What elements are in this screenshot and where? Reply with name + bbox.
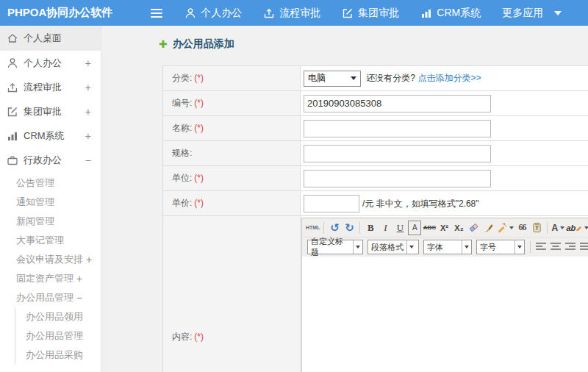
nav-more-apps[interactable]: 更多应用 <box>502 7 543 20</box>
sidebar-subitem-events[interactable]: 大事记管理 <box>0 231 101 250</box>
editor-toolbar-row2: 自定义标题 段落格式 字体 <box>302 237 588 257</box>
page-title: ✚ 办公用品添加 <box>159 36 588 52</box>
redo-button[interactable]: ↻ <box>343 221 356 235</box>
category-label: 分类: <box>172 73 192 83</box>
expand-plus-icon[interactable]: + <box>76 273 82 285</box>
source-code-button[interactable]: HTML <box>306 221 320 235</box>
bold-button[interactable]: B <box>364 221 377 235</box>
subscript-button[interactable]: X₂ <box>452 221 465 235</box>
collapse-minus-icon[interactable]: − <box>76 292 82 304</box>
nav-label: 集团审批 <box>358 7 399 20</box>
sidebar-item-label: 流程审批 <box>24 81 85 94</box>
nav-group-approval[interactable]: 集团审批 <box>342 7 399 20</box>
sidebar-subitem-meetings[interactable]: 会议申请及安排 + <box>0 250 101 269</box>
nav-label: CRM系统 <box>437 7 481 20</box>
top-nav: 个人办公 流程审批 集团审批 CRM系统 更多应用 <box>184 7 562 20</box>
form-row-unit: 单位:(*) <box>163 166 588 191</box>
sidebar-subitem-supplies-purchase[interactable]: 办公用品采购 <box>15 346 101 365</box>
caret-down-icon[interactable] <box>554 11 562 15</box>
align-justify-button[interactable] <box>578 240 588 254</box>
sidebar-subitem-fixed-assets[interactable]: 固定资产管理 + <box>0 269 101 288</box>
sidebar-supplies-submenu: 办公用品领用 办公用品管理 办公用品采购 <box>15 307 101 365</box>
paste-text-button[interactable]: T <box>530 221 543 235</box>
expand-plus-icon[interactable]: + <box>85 106 91 118</box>
strikethrough-button[interactable]: ABC <box>423 221 436 235</box>
expand-plus-icon[interactable]: + <box>85 130 91 142</box>
form-row-content: 内容:(*) HTML ↺ ↻ B I U <box>163 216 588 372</box>
sidebar-item-personal-office[interactable]: 个人办公 + <box>0 51 101 75</box>
caret-down-icon <box>406 240 416 254</box>
name-input[interactable] <box>304 120 491 137</box>
code-label: 编号: <box>172 98 192 108</box>
sidebar-item-group-approval[interactable]: 集团审批 + <box>0 99 101 124</box>
nav-label: 更多应用 <box>502 7 543 20</box>
sidebar-subitem-news[interactable]: 新闻管理 <box>0 212 101 231</box>
required-marker: (*) <box>194 173 204 183</box>
form-row-spec: 规格: <box>163 141 588 166</box>
caret-down-icon <box>584 226 588 229</box>
expand-plus-icon[interactable]: + <box>85 57 91 69</box>
eraser-button[interactable] <box>467 221 480 235</box>
collapse-minus-icon[interactable]: − <box>85 154 91 166</box>
user-icon <box>184 7 196 19</box>
sidebar-subitem-supplies-manage[interactable]: 办公用品管理 <box>15 326 101 346</box>
spec-input[interactable] <box>304 145 491 162</box>
nav-label: 个人办公 <box>201 7 242 20</box>
unit-input[interactable] <box>304 170 491 187</box>
heading-dropdown[interactable]: 自定义标题 <box>307 240 363 254</box>
font-family-dropdown[interactable]: 字体 <box>423 240 472 254</box>
code-input[interactable] <box>304 95 491 112</box>
caret-down-icon <box>514 240 524 254</box>
flow-icon <box>7 82 18 93</box>
spec-label: 规格: <box>172 148 192 158</box>
italic-button[interactable]: I <box>379 221 392 235</box>
underline-button[interactable]: U <box>393 221 406 235</box>
price-input[interactable] <box>304 195 359 212</box>
text-border-button[interactable]: A <box>408 221 421 235</box>
sidebar-item-admin-office[interactable]: 行政办公 − <box>0 148 101 172</box>
required-marker: (*) <box>194 123 204 133</box>
pen-icon <box>576 224 582 231</box>
sidebar-item-label: 个人办公 <box>24 57 85 70</box>
align-center-button[interactable] <box>549 240 562 254</box>
nav-process-approval[interactable]: 流程审批 <box>263 7 320 20</box>
category-select[interactable]: 电脑 <box>304 71 361 87</box>
highlight-color-button[interactable]: ab <box>566 221 588 235</box>
align-right-button[interactable] <box>564 240 577 254</box>
sidebar-item-crm-system[interactable]: CRM系统 + <box>0 124 101 148</box>
nav-personal-office[interactable]: 个人办公 <box>184 7 242 20</box>
select-caret-icon <box>351 76 356 80</box>
price-hint: /元 非中文，如填写格式"2.68" <box>362 198 479 209</box>
blockquote-button[interactable]: 66 <box>515 221 528 235</box>
undo-button[interactable]: ↺ <box>328 221 341 235</box>
add-category-link[interactable]: 点击添加分类>> <box>417 73 481 83</box>
format-brush-button[interactable] <box>481 221 495 235</box>
font-size-dropdown[interactable]: 字号 <box>476 240 525 254</box>
name-label: 名称: <box>172 123 192 133</box>
editor-content-area[interactable] <box>302 257 588 372</box>
sidebar-subitem-announcements[interactable]: 公告管理 <box>0 174 101 193</box>
nav-crm-system[interactable]: CRM系统 <box>420 7 481 20</box>
font-color-button[interactable]: A <box>551 221 564 235</box>
quick-format-button[interactable] <box>496 221 514 235</box>
sidebar-subitem-supplies-claim[interactable]: 办公用品领用 <box>15 307 101 326</box>
superscript-button[interactable]: X² <box>437 221 451 235</box>
hamburger-menu-icon[interactable] <box>151 9 162 18</box>
caret-down-icon <box>509 226 514 229</box>
content-label: 内容: <box>172 332 192 342</box>
sidebar-subitem-office-supplies[interactable]: 办公用品管理 − <box>0 288 101 307</box>
sidebar-admin-submenu: 公告管理 通知管理 新闻管理 大事记管理 会议申请及安排 + 固定资产管理 + … <box>0 172 101 365</box>
expand-plus-icon[interactable]: + <box>85 82 91 93</box>
editor-toolbar-row1: HTML ↺ ↻ B I U A ABC X² X₂ <box>302 218 588 237</box>
expand-plus-icon[interactable]: + <box>86 254 92 265</box>
form-row-code: 编号:(*) <box>163 91 588 116</box>
sidebar-item-process-approval[interactable]: 流程审批 + <box>0 75 101 99</box>
sidebar-item-label: 个人桌面 <box>24 32 91 45</box>
required-marker: (*) <box>194 98 204 108</box>
sidebar-item-personal-desktop[interactable]: 个人桌面 <box>0 26 101 51</box>
rich-text-editor: HTML ↺ ↻ B I U A ABC X² X₂ <box>301 218 588 372</box>
flow-icon <box>263 7 275 19</box>
sidebar-subitem-notices[interactable]: 通知管理 <box>0 193 101 212</box>
align-left-button[interactable] <box>534 240 548 254</box>
paragraph-format-dropdown[interactable]: 段落格式 <box>368 240 419 254</box>
